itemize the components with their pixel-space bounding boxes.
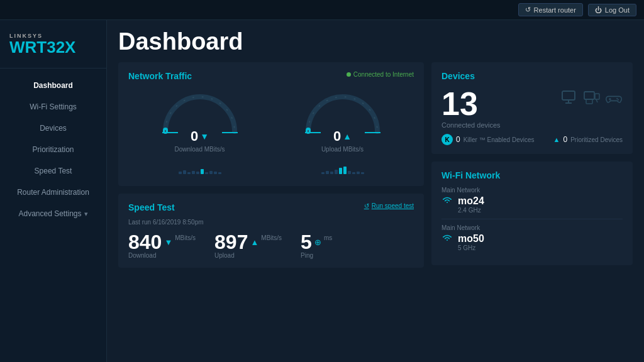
upload-arrow-icon: ▲ (343, 131, 352, 141)
devices-title: Devices (441, 71, 623, 81)
mini-bar (335, 170, 338, 174)
wifi-5-name: mo50 (458, 233, 484, 244)
power-icon: ⏻ (595, 6, 602, 14)
wifi-5-label: Main Network (441, 224, 623, 231)
model-logo: WRT32X (9, 39, 97, 55)
logo-area: LINKSYS WRT32X (0, 26, 106, 69)
mini-bar (339, 168, 342, 174)
speed-test-card: Speed Test ↺ Run speed test Last run 6/1… (118, 194, 424, 268)
mini-bar (205, 172, 208, 174)
page-title: Dashboard (118, 30, 633, 53)
devices-stats: K 0 Killer ™ Enabled Devices ▲ 0 Priorit… (441, 134, 623, 145)
devices-left: 13 Connected devices (441, 87, 501, 129)
sidebar-item-dashboard[interactable]: Dashboard (0, 75, 106, 96)
wifi-5-freq: 5 GHz (458, 244, 623, 251)
mini-bar (196, 172, 199, 174)
sidebar-item-prioritization[interactable]: Prioritization (0, 139, 106, 160)
sidebar-item-wifi-settings[interactable]: Wi-Fi Settings (0, 96, 106, 118)
prioritized-arrow-icon: ▲ (553, 136, 560, 143)
wifi-24-name-row: mo24 (441, 195, 623, 207)
wifi-network-card: Wi-Fi Network Main Network m (431, 162, 633, 265)
upload-speed-unit: MBits/s (261, 234, 282, 241)
mini-bar (209, 171, 213, 174)
wifi-network-title: Wi-Fi Network (441, 170, 623, 180)
svg-rect-7 (584, 92, 594, 99)
upload-value-row: 0 ▲ (333, 128, 352, 145)
upload-value: 0 (333, 128, 341, 145)
ping-speed-item: 5 ⊕ ms Ping (301, 232, 332, 259)
ping-label: Ping (301, 252, 332, 259)
upload-mini-chart (321, 156, 364, 174)
mini-bar (183, 170, 186, 174)
run-speed-test-button[interactable]: ↺ Run speed test (364, 202, 414, 209)
mini-bar (321, 172, 325, 174)
download-speed-row: 840 ▼ MBits/s (128, 232, 196, 252)
ping-icon: ⊕ (314, 238, 321, 247)
ping-value: 5 (301, 232, 312, 252)
download-speed-arrow-icon: ▼ (164, 238, 172, 247)
sidebar-item-router-admin[interactable]: Router Administration (0, 182, 106, 203)
devices-count-area: 13 Connected devices (441, 87, 623, 129)
sidebar: LINKSYS WRT32X Dashboard Wi-Fi Settings … (0, 20, 107, 362)
topbar: ↺ Restart router ⏻ Log Out (0, 0, 644, 20)
wifi-icon-5 (441, 233, 453, 244)
main-layout: LINKSYS WRT32X Dashboard Wi-Fi Settings … (0, 20, 644, 362)
gamepad-icon (605, 92, 623, 104)
mini-bar (361, 172, 364, 174)
connected-badge: Connected to Internet (347, 71, 414, 78)
logout-button[interactable]: ⏻ Log Out (588, 4, 636, 16)
content-area: Dashboard Network Traffic Connected to I… (107, 20, 644, 362)
sidebar-item-speed-test[interactable]: Speed Test (0, 160, 106, 182)
svg-rect-9 (595, 94, 599, 99)
devices-card: Devices 13 Connected devices (431, 62, 633, 154)
sidebar-item-devices[interactable]: Devices (0, 118, 106, 139)
monitor-icon (561, 90, 579, 106)
wifi-24-freq: 2.4 GHz (458, 207, 623, 214)
download-speed-item: 840 ▼ MBits/s Download (128, 232, 196, 259)
upload-gauge: 0 ▲ Upload MBits/s (299, 90, 387, 174)
wifi-24-name: mo24 (458, 195, 484, 207)
last-run-text: Last run 6/16/2019 8:50pm (128, 219, 414, 226)
upload-speed-value: 897 (214, 232, 248, 252)
killer-devices-stat: K 0 Killer ™ Enabled Devices (441, 134, 535, 145)
wifi-24-label: Main Network (441, 187, 623, 194)
upload-speed-item: 897 ▲ MBits/s Upload (214, 232, 282, 259)
refresh-icon: ↺ (364, 202, 369, 209)
killer-devices-label: Killer ™ Enabled Devices (464, 136, 535, 143)
prioritized-count: 0 (564, 135, 568, 144)
restart-router-button[interactable]: ↺ Restart router (518, 3, 583, 16)
prioritized-devices-stat: ▲ 0 Prioritized Devices (553, 134, 623, 145)
download-speed-label: Download (128, 252, 196, 259)
download-speed-value: 840 (128, 232, 162, 252)
wifi-network-24ghz: Main Network mo24 2.4 GHz (441, 187, 623, 214)
upload-speed-label: Upload (214, 252, 282, 259)
chevron-down-icon: ▾ (84, 210, 88, 218)
download-value-row: 0 ▼ (191, 128, 209, 145)
upload-speed-arrow-icon: ▲ (250, 238, 258, 247)
wifi-5-name-row: mo50 (441, 233, 623, 244)
left-column: Network Traffic Connected to Internet (118, 62, 424, 268)
killer-logo-icon: K (441, 134, 453, 145)
speed-results: 840 ▼ MBits/s Download 897 ▲ MBits/s (128, 232, 414, 259)
right-column: Devices 13 Connected devices (431, 62, 633, 268)
wifi-icon-24 (441, 195, 453, 207)
mini-bar (214, 172, 217, 174)
connected-dot (347, 72, 351, 77)
network-traffic-card: Network Traffic Connected to Internet (118, 62, 424, 186)
upload-speed-row: 897 ▲ MBits/s (214, 232, 282, 252)
restart-icon: ↺ (525, 6, 531, 14)
download-value: 0 (191, 128, 198, 145)
gauges-container: 0 ▼ Download MBits/s (128, 87, 414, 177)
download-speed-unit: MBits/s (175, 234, 196, 241)
ping-unit: ms (324, 234, 332, 241)
mini-bar (187, 172, 191, 174)
svg-point-13 (616, 98, 618, 99)
wifi-network-5ghz: Main Network mo50 5 GHz (441, 224, 623, 251)
mini-bar (201, 169, 204, 174)
connected-devices-label: Connected devices (441, 121, 501, 129)
ping-speed-row: 5 ⊕ ms (301, 232, 332, 252)
sidebar-item-advanced[interactable]: Advanced Settings ▾ (0, 203, 106, 224)
download-label: Download MBits/s (174, 146, 225, 153)
mini-bar (179, 172, 182, 174)
download-gauge: 0 ▼ Download MBits/s (156, 90, 244, 174)
